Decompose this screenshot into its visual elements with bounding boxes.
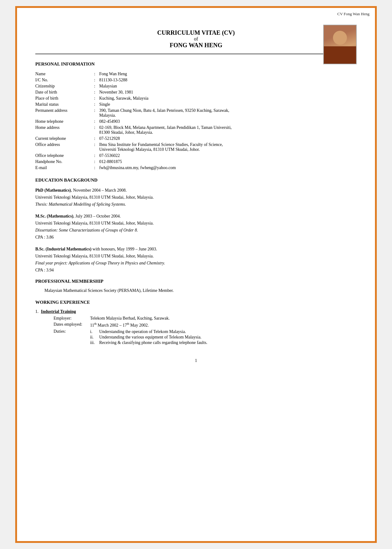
msc-degree: M.Sc. (Mathematics) — [35, 214, 73, 218]
work-details-table: Employer: Telekom Malaysia Berhad, Kuchi… — [35, 315, 357, 346]
table-row: E-mail : fwh@ibnusina.utm.my, fwheng@yah… — [35, 165, 357, 171]
work-title: Industrial Training — [41, 309, 76, 314]
bsc-project: Final year project: Applications of Grou… — [35, 260, 357, 266]
table-row: Place of birth : Kuching, Sarawak, Malay… — [35, 95, 357, 101]
value-office-addr: Ibnu Sina Institute for Fundamental Scie… — [99, 142, 357, 153]
header-divider — [35, 54, 357, 54]
label-home-addr: Home address — [35, 125, 90, 136]
value-perm-addr: 390, Taman Chung Nion, Batu 4, Jalan Pen… — [99, 108, 357, 119]
phd-degree: PhD (Mathematics) — [35, 188, 71, 193]
duty-3: Receiving & classifying phone calls rega… — [99, 340, 357, 345]
phd-dates: , November 2004 – March 2008. — [71, 188, 127, 193]
photo-placeholder — [324, 25, 356, 64]
label-email: E-mail — [35, 165, 90, 171]
label-office-tel: Office telephone — [35, 153, 90, 159]
duty-2: Understanding the various equipment of T… — [99, 335, 357, 340]
label-office-addr: Office address — [35, 142, 90, 153]
dates-label: Dates employed: — [35, 321, 84, 328]
value-office-tel: 07-5536022 — [99, 153, 357, 159]
value-home-addr: 02-169, Block M4, Melana Apartment, Jala… — [99, 125, 357, 136]
table-row: iii. Receiving & classifying phone calls… — [90, 340, 357, 345]
photo — [323, 25, 357, 64]
msc-dates: , July 2003 – October 2004. — [73, 214, 121, 218]
value-pob: Kuching, Sarawak, Malaysia — [99, 95, 357, 101]
table-row: Dates employed: 11th March 2002 – 17th M… — [35, 321, 357, 328]
value-curr-tel: 07-5212928 — [99, 136, 357, 142]
value-dob: November 30, 1981 — [99, 89, 357, 95]
table-row: Current telephone : 07-5212928 — [35, 136, 357, 142]
cv-header: CURRICULUM VITAE (CV) of FONG WAN HENG — [35, 29, 357, 49]
label-ic: I/C No. — [35, 77, 90, 83]
value-email: fwh@ibnusina.utm.my, fwheng@yahoo.com — [99, 165, 357, 171]
table-row: Home address : 02-169, Block M4, Melana … — [35, 125, 357, 136]
personal-section-title: PERSONAL INFORMATION — [35, 62, 357, 67]
employer-value: Telekom Malaysia Berhad, Kuching, Sarawa… — [90, 315, 357, 321]
personal-info-table: Name : Fong Wan Heng I/C No. : 811130-13… — [35, 71, 357, 171]
bsc-uni: Universiti Teknologi Malaysia, 81310 UTM… — [35, 253, 357, 259]
table-row: I/C No. : 811130-13-5288 — [35, 77, 357, 83]
value-handphone: 012-8801875 — [99, 159, 357, 165]
value-ic: 811130-13-5288 — [99, 77, 357, 83]
cv-title-name: FONG WAN HENG — [35, 42, 357, 49]
table-row: Date of birth : November 30, 1981 — [35, 89, 357, 95]
value-marital: Single — [99, 101, 357, 108]
table-row: Duties: i. Understanding the operation o… — [35, 328, 357, 346]
cv-title-line1: CURRICULUM VITAE (CV) — [35, 29, 357, 36]
table-row: Permanent address : 390, Taman Chung Nio… — [35, 108, 357, 119]
table-row: i. Understanding the operation of Teleko… — [90, 329, 357, 335]
duties-label: Duties: — [35, 328, 84, 346]
label-home-tel: Home telephone — [35, 119, 90, 125]
bsc-degree: B.Sc. (Industrial Mathematics) — [35, 247, 91, 251]
value-home-tel: 082-454903 — [99, 119, 357, 125]
label-name: Name — [35, 71, 90, 77]
edu-msc: M.Sc. (Mathematics), July 2003 – October… — [35, 213, 357, 240]
duties-table: i. Understanding the operation of Teleko… — [90, 329, 357, 345]
label-curr-tel: Current telephone — [35, 136, 90, 142]
value-name: Fong Wan Heng — [99, 71, 357, 77]
msc-uni: Universiti Teknologi Malaysia, 81310 UTM… — [35, 220, 357, 226]
table-row: Office address : Ibnu Sina Institute for… — [35, 142, 357, 153]
cv-title-line2: of — [35, 36, 357, 42]
table-row: Employer: Telekom Malaysia Berhad, Kuchi… — [35, 315, 357, 321]
phd-thesis: Thesis: Mathematical Modelling of Splici… — [35, 201, 357, 207]
dates-value: 11th March 2002 – 17th May 2002. — [90, 321, 357, 328]
duties-value: i. Understanding the operation of Teleko… — [90, 328, 357, 346]
cv-page: CV Fong Wan Heng CURRICULUM VITAE (CV) o… — [15, 6, 377, 543]
working-section-title: WORKING EXPERIENCE — [35, 300, 357, 305]
label-dob: Date of birth — [35, 89, 90, 95]
label-marital: Marital status — [35, 101, 90, 108]
table-row: Home telephone : 082-454903 — [35, 119, 357, 125]
table-row: ii. Understanding the various equipment … — [90, 335, 357, 340]
education-section-title: EDUCATION BACKGROUND — [35, 178, 357, 183]
edu-bsc: B.Sc. (Industrial Mathematics) with hono… — [35, 246, 357, 273]
duty-1: Understanding the operation of Telekom M… — [99, 329, 357, 335]
edu-phd: PhD (Mathematics), November 2004 – March… — [35, 187, 357, 207]
label-citizenship: Citizenship — [35, 83, 90, 89]
label-handphone: Handphone No. — [35, 159, 90, 165]
work-num: 1. — [35, 309, 39, 314]
value-citizenship: Malaysian — [99, 83, 357, 89]
table-row: Name : Fong Wan Heng — [35, 71, 357, 77]
table-row: Marital status : Single — [35, 101, 357, 108]
employer-label: Employer: — [35, 315, 84, 321]
professional-member-text: Malaysian Mathematical Sciences Society … — [44, 288, 357, 293]
page-number: 1 — [35, 358, 357, 363]
bsc-cpa: CPA : 3.94 — [35, 267, 357, 273]
corner-label: CV Fong Wan Heng — [337, 12, 369, 16]
bsc-dates: with honours, May 1999 – June 2003. — [91, 247, 157, 251]
phd-uni: Universiti Teknologi Malaysia, 81310 UTM… — [35, 194, 357, 200]
msc-cpa: CPA : 3.86 — [35, 234, 357, 240]
table-row: Handphone No. : 012-8801875 — [35, 159, 357, 165]
table-row: Citizenship : Malaysian — [35, 83, 357, 89]
label-perm-addr: Permanent address — [35, 108, 90, 119]
msc-dissertation: Dissertation: Some Characterizations of … — [35, 227, 357, 233]
professional-section-title: PROFESSIONAL MEMBERSHIP — [35, 279, 357, 284]
work-entry-1: 1.Industrial Training Employer: Telekom … — [35, 309, 357, 346]
education-section: PhD (Mathematics), November 2004 – March… — [35, 187, 357, 273]
label-pob: Place of birth — [35, 95, 90, 101]
working-section: 1.Industrial Training Employer: Telekom … — [35, 309, 357, 346]
table-row: Office telephone : 07-5536022 — [35, 153, 357, 159]
